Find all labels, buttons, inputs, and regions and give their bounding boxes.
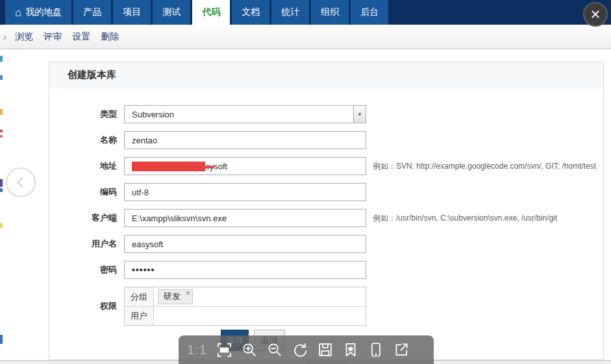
form-row-encoding: 编码utf-8 (49, 183, 603, 201)
page-edge-fragment (0, 179, 3, 187)
image-viewer-toolbar: 1:1 (179, 335, 434, 364)
username-input[interactable]: easysoft (124, 235, 366, 253)
share-button[interactable] (393, 341, 410, 359)
page-edge-fragment (0, 75, 3, 80)
rotate-icon (292, 341, 308, 358)
acl-tag: 研发× (158, 289, 193, 304)
toolbar-subnav: › 浏览评审设置删除 (0, 25, 611, 49)
input-value: utf-8 (132, 188, 149, 197)
top-nav-tabs: ⌂我的地盘产品项目测试代码文档统计组织后台 (5, 0, 390, 25)
page-edge-fragment (0, 56, 3, 62)
encoding-label: 编码 (49, 183, 124, 201)
chevron-left-icon (12, 174, 29, 191)
form-row-type: 类型Subversion▾ (49, 105, 603, 123)
type-label: 类型 (49, 105, 124, 123)
client-hint: 例如：/usr/bin/svn, C:\subversion\svn.exe, … (373, 209, 557, 227)
subnav-link-browse[interactable]: 浏览 (15, 31, 33, 43)
form-row-username: 用户名easysoft (49, 235, 603, 253)
top-navbar: ⌂我的地盘产品项目测试代码文档统计组织后台 (0, 0, 611, 25)
nav-tab-label: 组织 (321, 6, 339, 18)
remove-tag-icon[interactable]: × (186, 289, 190, 298)
url-label: 地址 (49, 157, 124, 175)
actual-size-button[interactable] (216, 341, 233, 359)
password-control: •••••• (124, 261, 366, 279)
form-row-url: 地址svn://svn.zyl.org/easysoft例如：SVN: http… (49, 157, 603, 175)
encoding-input[interactable]: utf-8 (124, 183, 366, 201)
acl-row-user: 用户 (125, 306, 366, 325)
home-icon: ⌂ (15, 7, 21, 18)
acl-label: 权限 (49, 297, 124, 315)
url-input[interactable]: svn://svn.zyl.org/easysoft (124, 157, 366, 175)
create-repo-panel: 创建版本库 类型Subversion▾名称zentao地址svn://svn.z… (49, 62, 604, 360)
actual-size-icon (216, 341, 233, 359)
nav-tab-test[interactable]: 测试 (153, 0, 190, 25)
bookmark-button[interactable] (342, 341, 360, 359)
acl-value-cell[interactable]: 研发× (154, 287, 366, 306)
close-icon (589, 8, 602, 21)
acl-value-cell[interactable] (154, 307, 366, 325)
zoom-in-button[interactable] (241, 341, 258, 359)
username-label: 用户名 (49, 235, 124, 253)
encoding-control: utf-8 (124, 183, 366, 201)
password-label: 密码 (49, 261, 124, 279)
nav-tab-my-space[interactable]: ⌂我的地盘 (5, 0, 71, 25)
nav-tab-label: 统计 (281, 6, 299, 18)
nav-tab-label: 测试 (162, 6, 181, 18)
nav-tab-org[interactable]: 组织 (311, 0, 349, 25)
username-control: easysoft (124, 235, 366, 253)
input-value: •••••• (132, 265, 155, 275)
nav-tab-label: 产品 (83, 6, 101, 18)
input-value: zentao (132, 136, 157, 145)
screen: ⌂我的地盘产品项目测试代码文档统计组织后台 › 浏览评审设置删除 创建版本库 类… (0, 0, 611, 364)
nav-tab-admin[interactable]: 后台 (351, 0, 388, 25)
page-edge-fragment (0, 109, 3, 115)
device-icon (368, 341, 384, 358)
type-select[interactable]: Subversion▾ (124, 105, 366, 123)
zoom-ratio-label: 1:1 (187, 343, 207, 358)
nav-tab-label: 代码 (202, 6, 220, 18)
nav-tab-product[interactable]: 产品 (73, 0, 111, 25)
password-input[interactable]: •••••• (124, 261, 366, 279)
form-row-acl: 权限分组研发×用户 (49, 287, 603, 326)
page-edge-fragment (0, 135, 3, 138)
page-edge-fragment (0, 130, 3, 132)
client-control: E:\xampp\sliksvn\svn.exe例如：/usr/bin/svn,… (124, 209, 557, 227)
save-image-button[interactable] (317, 341, 334, 359)
select-value: Subversion (132, 110, 174, 119)
zoom-out-icon (266, 341, 283, 358)
subnav-link-review[interactable]: 评审 (44, 31, 62, 43)
panel-header: 创建版本库 (49, 62, 603, 88)
rotate-button[interactable] (292, 341, 309, 359)
panel-title: 创建版本库 (68, 69, 116, 81)
client-input[interactable]: E:\xampp\sliksvn\svn.exe (124, 209, 366, 227)
share-icon (393, 341, 410, 358)
client-label: 客户端 (49, 209, 124, 227)
nav-tab-doc[interactable]: 文档 (232, 0, 269, 25)
device-view-button[interactable] (368, 341, 385, 359)
form-row-client: 客户端E:\xampp\sliksvn\svn.exe例如：/usr/bin/s… (49, 209, 603, 227)
name-input[interactable]: zentao (124, 131, 366, 149)
form-row-name: 名称zentao (49, 131, 603, 149)
page-edge-fragment (0, 188, 3, 192)
subnav-link-settings[interactable]: 设置 (72, 31, 90, 43)
prev-image-button[interactable] (6, 167, 36, 197)
name-control: zentao (124, 131, 366, 149)
acl-table: 分组研发×用户 (124, 287, 366, 326)
save-icon (317, 341, 334, 358)
subnav-link-delete[interactable]: 删除 (101, 31, 119, 43)
acl-control: 分组研发×用户 (124, 287, 366, 326)
nav-tab-project[interactable]: 项目 (113, 0, 151, 25)
create-repo-form: 类型Subversion▾名称zentao地址svn://svn.zyl.org… (49, 88, 603, 326)
nav-tab-stat[interactable]: 统计 (271, 0, 309, 25)
close-button[interactable] (583, 2, 608, 27)
url-control: svn://svn.zyl.org/easysoft例如：SVN: http:/… (124, 157, 596, 175)
name-label: 名称 (49, 131, 124, 149)
form-row-password: 密码•••••• (49, 261, 603, 279)
bookmark-star-icon (342, 341, 359, 358)
nav-tab-code[interactable]: 代码 (192, 0, 230, 25)
acl-key-label: 用户 (125, 307, 154, 325)
url-hint: 例如：SVN: http://example.googlecode.com/sv… (373, 157, 596, 175)
zoom-out-button[interactable] (266, 341, 284, 359)
zoom-in-icon (241, 341, 258, 358)
page-edge-fragment (0, 223, 3, 228)
